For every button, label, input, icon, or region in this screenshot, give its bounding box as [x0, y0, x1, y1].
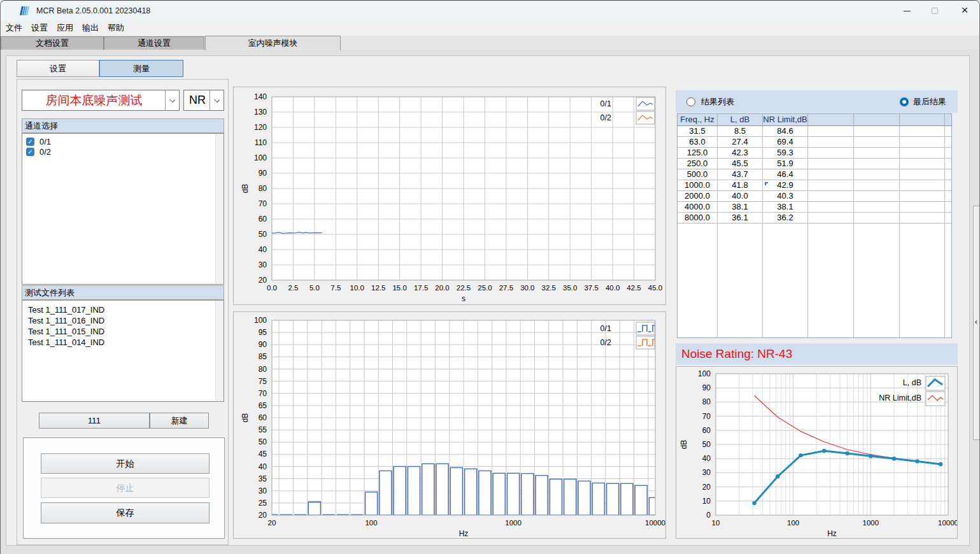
tab-1[interactable]: 通道设置 — [104, 36, 204, 50]
channel-list-scrollbar[interactable] — [215, 134, 224, 284]
svg-text:22.5: 22.5 — [457, 284, 471, 292]
svg-text:95: 95 — [259, 328, 267, 337]
collapse-splitter[interactable] — [973, 206, 980, 440]
tab-2[interactable]: 室内噪声模块 — [205, 36, 341, 50]
minimize-button[interactable] — [895, 1, 920, 21]
table-cell — [900, 159, 945, 169]
test-type-dropdown-arrow[interactable] — [165, 90, 179, 110]
save-button[interactable]: 保存 — [41, 502, 209, 523]
subtab-measure[interactable]: 测量 — [99, 60, 183, 77]
svg-text:Hz: Hz — [459, 529, 469, 538]
table-row: 250.045.551.9 — [678, 159, 951, 169]
table-cell — [808, 137, 854, 147]
subtab-settings[interactable]: 设置 — [17, 60, 99, 77]
table-filler-row — [678, 224, 951, 337]
svg-text:17.5: 17.5 — [414, 284, 428, 292]
svg-text:100: 100 — [365, 519, 377, 527]
table-cell: 51.9 — [763, 159, 808, 169]
menu-item-0[interactable]: 文件 — [3, 21, 25, 36]
table-cell — [808, 191, 854, 201]
noise-rating-banner: Noise Rating: NR-43 — [676, 343, 958, 365]
file-item-3[interactable]: Test 1_111_014_IND — [22, 337, 224, 348]
table-cell — [808, 148, 854, 158]
table-cell — [854, 137, 900, 147]
menu-item-4[interactable]: 帮助 — [105, 21, 127, 36]
start-button[interactable]: 开始 — [41, 453, 209, 474]
tab-0[interactable]: 文档设置 — [1, 36, 104, 50]
svg-text:27.5: 27.5 — [499, 284, 513, 292]
svg-text:s: s — [462, 294, 465, 303]
table-cell — [808, 159, 854, 169]
table-row: 125.042.359.3 — [678, 148, 951, 159]
table-cell: NR Limit,dB — [763, 114, 808, 125]
table-cell — [854, 148, 900, 158]
table-cell — [900, 169, 945, 180]
svg-text:10: 10 — [702, 497, 711, 506]
table-cell: 40.0 — [718, 191, 763, 201]
table-cell: 2000.0 — [678, 191, 718, 201]
close-button[interactable]: × — [952, 1, 977, 21]
table-cell — [808, 114, 854, 125]
radio-result-list[interactable] — [686, 97, 695, 106]
table-cell: 42.3 — [718, 148, 763, 158]
menu-item-2[interactable]: 应用 — [54, 21, 76, 36]
table-cell — [854, 224, 900, 337]
checkbox-icon[interactable]: ✓ — [26, 138, 34, 146]
new-button[interactable]: 新建 — [150, 413, 209, 429]
svg-text:140: 140 — [254, 92, 267, 101]
svg-text:40: 40 — [259, 245, 267, 254]
svg-text:10: 10 — [712, 519, 720, 527]
table-cell: 4000.0 — [678, 202, 718, 212]
menu-item-3[interactable]: 输出 — [80, 21, 101, 36]
svg-text:5.0: 5.0 — [309, 284, 320, 292]
file-item-0[interactable]: Test 1_111_017_IND — [22, 304, 224, 315]
channel-item-0/1[interactable]: ✓0/1 — [22, 137, 224, 146]
channel-item-0/2[interactable]: ✓0/2 — [22, 147, 224, 157]
channel-list[interactable]: ✓0/1✓0/2 — [22, 133, 224, 285]
table-cell — [945, 213, 951, 223]
svg-text:1000: 1000 — [863, 519, 879, 527]
file-item-1[interactable]: Test 1_111_016_IND — [22, 315, 224, 326]
svg-text:20: 20 — [268, 519, 276, 527]
channel-label: 0/1 — [39, 137, 51, 146]
app-window: MCR Beta 2.05.0.001 20230418 × 文件设置应用输出帮… — [0, 0, 980, 554]
table-cell: 125.0 — [678, 148, 718, 158]
svg-text:90: 90 — [702, 383, 711, 392]
title-bar: MCR Beta 2.05.0.001 20230418 × — [1, 1, 979, 21]
table-cell — [900, 213, 945, 223]
maximize-button[interactable] — [923, 1, 948, 21]
table-cell: 42.9 — [763, 180, 808, 190]
table-cell: 36.2 — [763, 213, 808, 223]
svg-text:100: 100 — [787, 519, 799, 527]
table-cell — [854, 114, 900, 125]
svg-text:80: 80 — [259, 184, 267, 193]
test-file-list[interactable]: Test 1_111_017_INDTest 1_111_016_INDTest… — [22, 300, 224, 402]
table-cell — [945, 137, 951, 147]
radio-last-result[interactable] — [900, 97, 909, 106]
svg-text:45.0: 45.0 — [648, 284, 662, 292]
svg-text:50: 50 — [259, 230, 267, 239]
rating-dropdown-arrow[interactable] — [209, 90, 224, 110]
svg-text:10000: 10000 — [645, 519, 665, 527]
table-cell: 8.5 — [718, 126, 763, 136]
svg-text:90: 90 — [259, 340, 267, 349]
menu-item-1[interactable]: 设置 — [29, 21, 50, 36]
file-name-input[interactable]: 111 — [39, 413, 150, 429]
rating-type-combobox[interactable]: NR — [183, 90, 224, 111]
svg-text:20.0: 20.0 — [435, 284, 449, 292]
stop-button[interactable]: 停止 — [41, 478, 209, 498]
file-item-2[interactable]: Test 1_111_015_IND — [22, 326, 224, 337]
checkbox-icon[interactable]: ✓ — [26, 148, 34, 156]
table-cell — [900, 202, 945, 212]
test-type-combobox[interactable]: 房间本底噪声测试 — [22, 90, 180, 111]
svg-text:70: 70 — [259, 389, 267, 398]
svg-text:0/2: 0/2 — [600, 113, 611, 122]
table-cell: 38.1 — [718, 202, 763, 212]
svg-text:30: 30 — [259, 260, 267, 269]
file-list-scrollbar[interactable] — [215, 301, 224, 401]
svg-text:30: 30 — [702, 468, 711, 477]
svg-text:100: 100 — [254, 153, 267, 162]
svg-text:2.5: 2.5 — [288, 284, 298, 292]
svg-text:55: 55 — [259, 425, 267, 434]
table-cell: 41.8 — [718, 180, 763, 190]
